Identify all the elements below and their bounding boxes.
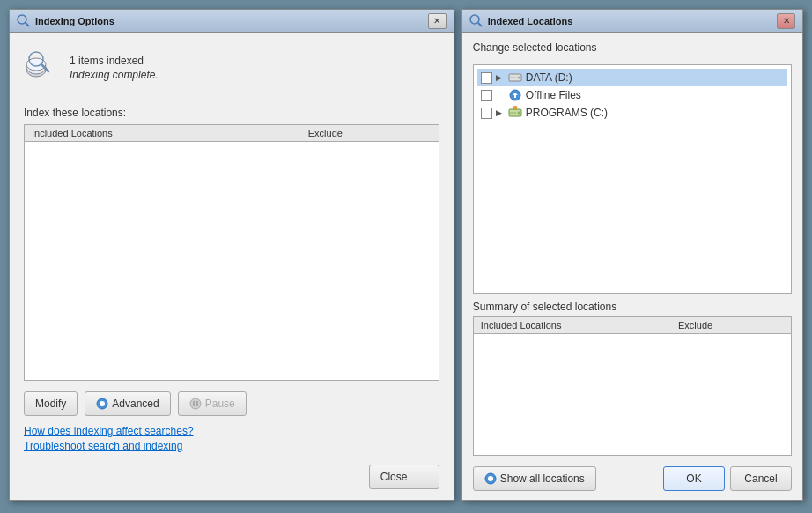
summary-label: Summary of selected locations (473, 301, 792, 313)
indexing-close-btn[interactable]: ✕ (428, 13, 447, 29)
indexing-options-window: Indexing Options ✕ 1 items indexed Index… (9, 9, 454, 501)
index-locations-label: Index these locations: (24, 107, 439, 119)
indexing-title-icon (17, 14, 31, 28)
show-all-icon (484, 472, 497, 485)
tree-label-programs-c: PROGRAMS (C:) (526, 107, 608, 119)
modify-button[interactable]: Modify (24, 391, 78, 416)
indexing-window-content: 1 items indexed Indexing complete. Index… (10, 33, 454, 500)
svg-point-12 (470, 15, 479, 24)
tree-item-programs-c[interactable]: ▶ PROGRAMS (C:) (477, 104, 787, 122)
how-does-link[interactable]: How does indexing affect searches? (24, 425, 439, 437)
advanced-icon (96, 398, 108, 410)
hdd-icon-data-d (508, 71, 522, 85)
svg-line-13 (478, 23, 482, 26)
svg-point-23 (488, 476, 493, 481)
indexed-locations-title-icon (469, 14, 484, 28)
svg-point-8 (100, 401, 105, 406)
table-header: Included Locations Exclude (25, 125, 439, 142)
svg-point-19 (517, 112, 520, 115)
col-included-header: Included Locations (32, 128, 308, 138)
links-section: How does indexing affect searches? Troub… (24, 425, 439, 452)
locations-table-body (25, 142, 439, 345)
indexing-title-bar: Indexing Options ✕ (10, 10, 454, 33)
svg-point-15 (517, 77, 520, 79)
close-button[interactable]: Close (369, 465, 439, 489)
tree-checkbox-offline[interactable] (481, 90, 492, 101)
svg-line-1 (26, 23, 29, 26)
tree-label-data-d: DATA (D:) (526, 71, 572, 84)
svg-point-21 (513, 106, 517, 109)
summary-col-included-header: Included Locations (481, 320, 678, 331)
locations-tree: ▶ DATA (D:) Offline Files (473, 64, 792, 294)
tree-item-offline-files[interactable]: Offline Files (477, 86, 787, 104)
pause-button[interactable]: Pause (178, 391, 247, 416)
summary-table-header: Included Locations Exclude (474, 317, 791, 334)
tree-checkbox-data-d[interactable] (481, 72, 492, 84)
main-button-row: Modify Advanced Pause (24, 391, 439, 416)
tree-item-data-d[interactable]: ▶ DATA (D:) (477, 69, 787, 86)
troubleshoot-link[interactable]: Troubleshoot search and indexing (24, 440, 439, 452)
advanced-button[interactable]: Advanced (85, 391, 170, 416)
tree-expand-programs-c: ▶ (496, 108, 505, 117)
svg-rect-11 (196, 401, 198, 406)
indexing-title-text: Indexing Options (35, 16, 114, 26)
svg-point-9 (190, 398, 201, 409)
summary-table: Included Locations Exclude (473, 316, 792, 456)
indexed-locations-close-btn[interactable]: ✕ (777, 13, 795, 29)
indexed-locations-title-bar: Indexed Locations ✕ (462, 10, 802, 33)
tree-checkbox-programs-c[interactable] (481, 108, 492, 119)
indexed-locations-window: Indexed Locations ✕ Change selected loca… (461, 9, 803, 501)
right-bottom-row: Show all locations OK Cancel (473, 466, 792, 491)
tree-expand-data-d: ▶ (496, 73, 505, 82)
show-all-locations-button[interactable]: Show all locations (473, 466, 596, 491)
summary-col-exclude-header: Exclude (678, 320, 784, 331)
locations-table: Included Locations Exclude (24, 124, 439, 381)
offline-files-icon (508, 88, 522, 102)
hdd-icon-programs-c (508, 106, 522, 120)
cancel-button[interactable]: Cancel (730, 466, 792, 491)
indexing-complete-text: Indexing complete. (70, 69, 159, 81)
indexed-locations-content: Change selected locations ▶ DATA (D:) (462, 33, 802, 500)
summary-table-body (474, 334, 791, 440)
indexed-locations-title-text: Indexed Locations (488, 16, 573, 26)
svg-rect-10 (193, 401, 195, 406)
bottom-button-row: Close (24, 465, 439, 489)
search-large-icon (24, 50, 59, 86)
items-indexed-text: 1 items indexed (70, 55, 159, 67)
summary-section: Summary of selected locations Included L… (473, 301, 792, 456)
svg-point-0 (18, 15, 26, 24)
status-section: 1 items indexed Indexing complete. (24, 43, 439, 93)
tree-label-offline: Offline Files (526, 89, 581, 101)
pause-icon (189, 398, 202, 410)
ok-button[interactable]: OK (663, 466, 725, 491)
col-exclude-header: Exclude (308, 128, 432, 138)
tree-expand-offline (496, 91, 505, 100)
change-locations-label: Change selected locations (473, 41, 792, 54)
